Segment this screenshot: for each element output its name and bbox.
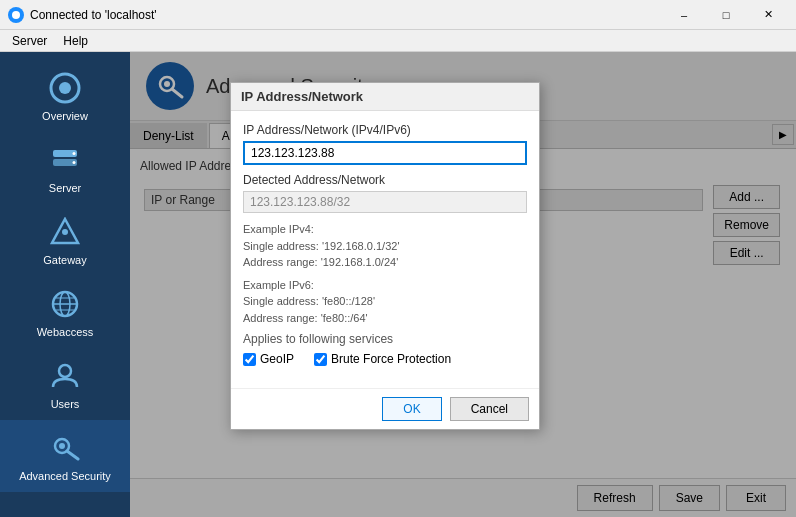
example-ipv6-range: Address range: 'fe80::/64' [243, 312, 368, 324]
ok-button[interactable]: OK [382, 397, 441, 421]
example-ipv6-title: Example IPv6: [243, 279, 314, 291]
modal-overlay: IP Address/Network IP Address/Network (I… [130, 52, 796, 517]
close-button[interactable]: ✕ [748, 5, 788, 25]
overview-icon [47, 70, 83, 106]
sidebar-item-advanced-security[interactable]: Advanced Security [0, 420, 130, 492]
modal-body: IP Address/Network (IPv4/IPv6) Detected … [231, 111, 539, 388]
key-icon [47, 430, 83, 466]
example-ipv6: Example IPv6: Single address: 'fe80::/12… [243, 277, 527, 327]
window-controls: – □ ✕ [664, 5, 788, 25]
cancel-button[interactable]: Cancel [450, 397, 529, 421]
title-bar: Connected to 'localhost' – □ ✕ [0, 0, 796, 30]
sidebar-label-users: Users [51, 398, 80, 410]
sidebar-item-overview[interactable]: Overview [0, 60, 130, 132]
detected-label: Detected Address/Network [243, 173, 527, 187]
svg-point-8 [62, 229, 68, 235]
minimize-button[interactable]: – [664, 5, 704, 25]
svg-point-0 [12, 11, 20, 19]
sidebar-label-advanced-security: Advanced Security [19, 470, 111, 482]
sidebar-label-server: Server [49, 182, 81, 194]
menu-server[interactable]: Server [4, 32, 55, 50]
example-ipv4-range: Address range: '192.168.1.0/24' [243, 256, 398, 268]
geoip-label: GeoIP [260, 352, 294, 366]
window-title: Connected to 'localhost' [30, 8, 157, 22]
user-icon [47, 358, 83, 394]
maximize-button[interactable]: □ [706, 5, 746, 25]
content-area: Advanced Security Deny-List Allow IP - B… [130, 52, 796, 517]
ip-input-label: IP Address/Network (IPv4/IPv6) [243, 123, 527, 137]
sidebar-item-webaccess[interactable]: Webaccess [0, 276, 130, 348]
gateway-icon [47, 214, 83, 250]
sidebar-item-users[interactable]: Users [0, 348, 130, 420]
brute-force-checkbox-label[interactable]: Brute Force Protection [314, 352, 451, 366]
sidebar-label-gateway: Gateway [43, 254, 86, 266]
example-ipv4-single: Single address: '192.168.0.1/32' [243, 240, 399, 252]
ip-input[interactable] [243, 141, 527, 165]
geoip-checkbox[interactable] [243, 353, 256, 366]
svg-point-5 [73, 152, 76, 155]
ip-address-modal: IP Address/Network IP Address/Network (I… [230, 82, 540, 430]
modal-buttons: OK Cancel [231, 388, 539, 429]
applies-label: Applies to following services [243, 332, 527, 346]
detected-value: 123.123.123.88/32 [243, 191, 527, 213]
brute-force-checkbox[interactable] [314, 353, 327, 366]
main-layout: Overview Server Gateway [0, 52, 796, 517]
server-icon [47, 142, 83, 178]
app-icon [8, 7, 24, 23]
modal-checkboxes: GeoIP Brute Force Protection [243, 352, 527, 366]
svg-line-16 [67, 451, 78, 459]
globe-icon [47, 286, 83, 322]
svg-point-17 [59, 443, 65, 449]
sidebar: Overview Server Gateway [0, 52, 130, 517]
sidebar-item-gateway[interactable]: Gateway [0, 204, 130, 276]
example-ipv4-title: Example IPv4: [243, 223, 314, 235]
sidebar-item-server[interactable]: Server [0, 132, 130, 204]
sidebar-label-overview: Overview [42, 110, 88, 122]
svg-point-6 [73, 161, 76, 164]
example-ipv6-single: Single address: 'fe80::/128' [243, 295, 375, 307]
geoip-checkbox-label[interactable]: GeoIP [243, 352, 294, 366]
svg-point-2 [59, 82, 71, 94]
menu-bar: Server Help [0, 30, 796, 52]
sidebar-label-webaccess: Webaccess [37, 326, 94, 338]
example-ipv4: Example IPv4: Single address: '192.168.0… [243, 221, 527, 271]
brute-force-label: Brute Force Protection [331, 352, 451, 366]
svg-point-14 [59, 365, 71, 377]
modal-title: IP Address/Network [231, 83, 539, 111]
menu-help[interactable]: Help [55, 32, 96, 50]
